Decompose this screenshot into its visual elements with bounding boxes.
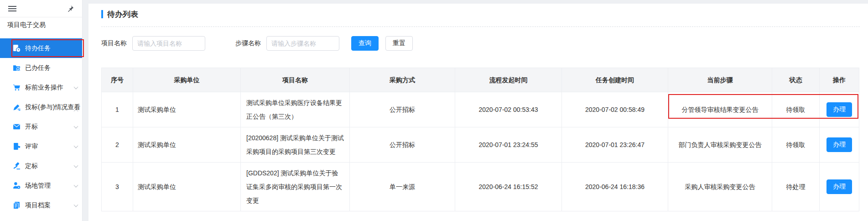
sidebar-item-bid-opening[interactable]: 开标: [0, 117, 82, 137]
cell-org: 测试采购单位: [133, 92, 241, 127]
col-header-start-time: 流程发起时间: [455, 68, 562, 92]
user-gear-icon: [13, 182, 21, 189]
page-title: 待办列表: [107, 9, 138, 20]
todo-table: 序号 采购单位 项目名称 采购方式 流程发起时间 任务创建时间 当前步骤 状态 …: [101, 68, 859, 211]
cell-start-time: 2020-07-01 23:24:55: [455, 127, 562, 162]
sidebar-item-todo-tasks[interactable]: 待办任务: [0, 38, 82, 58]
step-name-input[interactable]: [266, 36, 339, 51]
status-badge: 待领取: [772, 127, 820, 162]
chevron-down-icon: [74, 84, 78, 89]
sidebar-item-label: 定标: [25, 162, 38, 170]
cell-org: 测试采购单位: [133, 127, 241, 162]
sidebar-item-label: 开标: [25, 123, 38, 131]
divider: [101, 26, 860, 27]
cell-current-step: 采购人审核采购变更公告: [668, 163, 772, 211]
sidebar-item-label: 投标(参与)情况查看: [25, 103, 80, 111]
sidebar-item-venue-management[interactable]: 场地管理: [0, 176, 82, 195]
col-header-seq: 序号: [101, 68, 133, 92]
sidebar-top-bar: [0, 0, 82, 17]
sidebar-item-bid-participation-view[interactable]: 投标(参与)情况查看: [0, 97, 82, 117]
chevron-down-icon: [74, 183, 78, 187]
done-tasks-icon: [13, 64, 21, 72]
cell-create-time: 2020-07-02 00:58:49: [562, 92, 668, 127]
table-row: 3 测试采购单位 [GDDS202] 测试采购单位关于验证集采多岗审核的采购项目…: [101, 163, 859, 211]
sidebar-group-project-etrading[interactable]: 项目电子交易: [0, 17, 82, 33]
gavel-icon: [13, 162, 21, 170]
sidebar-item-done-tasks[interactable]: 已办任务: [0, 58, 82, 78]
main-panel: 待办列表 项目名称 步骤名称 查询 重置 序号 采购单位 项目名称 采购方式 流…: [88, 4, 868, 221]
cell-create-time: 2020-07-01 23:26:47: [562, 127, 668, 162]
col-header-org: 采购单位: [133, 68, 241, 92]
table-row: 2 测试采购单位 [20200628] 测试采购单位关于测试采购项目的采购项目第…: [101, 127, 859, 163]
sidebar-item-label: 项目档案: [25, 201, 51, 210]
sidebar-item-label: 待办任务: [25, 44, 51, 53]
col-header-current-step: 当前步骤: [668, 68, 772, 92]
col-header-status: 状态: [772, 68, 820, 92]
cell-start-time: 2020-07-02 00:53:43: [455, 92, 562, 127]
handle-button[interactable]: 办理: [826, 137, 852, 152]
cart-icon: [13, 84, 21, 91]
chevron-down-icon: [74, 163, 78, 168]
sidebar-item-project-archive[interactable]: 项目档案: [0, 195, 82, 215]
col-header-project: 项目名称: [241, 68, 350, 92]
cell-project: [GDDS202] 测试采购单位关于验证集采多岗审核的采购项目第一次变更: [241, 163, 350, 211]
filter-bar: 项目名称 步骤名称 查询 重置: [101, 36, 868, 51]
pin-icon[interactable]: [67, 5, 74, 12]
mail-icon: [13, 123, 21, 131]
cell-org: 测试采购单位: [133, 163, 241, 211]
sidebar-group-label: 项目电子交易: [7, 21, 46, 29]
project-name-label: 项目名称: [101, 39, 127, 47]
page-title-row: 待办列表: [101, 4, 868, 25]
pen-icon: [13, 103, 21, 111]
status-badge: 待领取: [772, 92, 820, 127]
handle-button[interactable]: 办理: [826, 102, 852, 117]
cell-project: [20200628] 测试采购单位关于测试采购项目的采购项目第三次变更: [241, 127, 350, 162]
cell-current-step: 部门负责人审核采购变更公告: [668, 127, 772, 162]
reset-button[interactable]: 重置: [385, 36, 413, 51]
sidebar: 项目电子交易 待办任务 已办任务 标前业务操作 投标(参与): [0, 0, 83, 221]
chevron-down-icon: [74, 143, 78, 148]
sidebar-item-prebid-operations[interactable]: 标前业务操作: [0, 78, 82, 97]
cell-project: 测试采购单位采购医疗设备结果更正公告（第三次）: [241, 92, 350, 127]
sidebar-item-evaluation[interactable]: 评审: [0, 137, 82, 156]
todo-tasks-icon: [13, 44, 21, 52]
col-header-create-time: 任务创建时间: [562, 68, 668, 92]
chevron-down-icon: [74, 202, 78, 207]
archive-icon: [13, 201, 21, 209]
project-name-input[interactable]: [132, 36, 205, 51]
cell-create-time: 2020-06-24 16:18:36: [562, 163, 668, 211]
hamburger-menu-icon[interactable]: [8, 5, 16, 13]
handle-button[interactable]: 办理: [826, 179, 852, 194]
sidebar-item-label: 标前业务操作: [25, 84, 63, 92]
search-button[interactable]: 查询: [351, 36, 379, 51]
cell-start-time: 2020-06-24 16:15:52: [455, 163, 562, 211]
title-accent-bar: [101, 10, 103, 18]
cell-seq: 3: [101, 163, 133, 211]
sidebar-item-award[interactable]: 定标: [0, 156, 82, 176]
step-name-label: 步骤名称: [235, 39, 261, 47]
table-row: 1 测试采购单位 测试采购单位采购医疗设备结果更正公告（第三次） 公开招标 20…: [101, 92, 859, 127]
cell-method: 公开招标: [350, 127, 455, 162]
cell-method: 单一来源: [350, 163, 455, 211]
col-header-method: 采购方式: [350, 68, 455, 92]
cell-current-step: 分管领导审核结果变更公告: [668, 92, 772, 127]
status-badge: 待处理: [772, 163, 820, 211]
doc-pen-icon: [13, 142, 21, 150]
table-header-row: 序号 采购单位 项目名称 采购方式 流程发起时间 任务创建时间 当前步骤 状态 …: [101, 68, 859, 92]
sidebar-item-label: 评审: [25, 142, 38, 151]
cell-seq: 2: [101, 127, 133, 162]
sidebar-menu: 待办任务 已办任务 标前业务操作 投标(参与)情况查看 开标: [0, 33, 82, 215]
cell-method: 公开招标: [350, 92, 455, 127]
cell-seq: 1: [101, 92, 133, 127]
chevron-down-icon: [74, 124, 78, 128]
sidebar-item-label: 已办任务: [25, 64, 51, 72]
col-header-action: 操作: [820, 68, 859, 92]
sidebar-item-label: 场地管理: [25, 182, 51, 190]
